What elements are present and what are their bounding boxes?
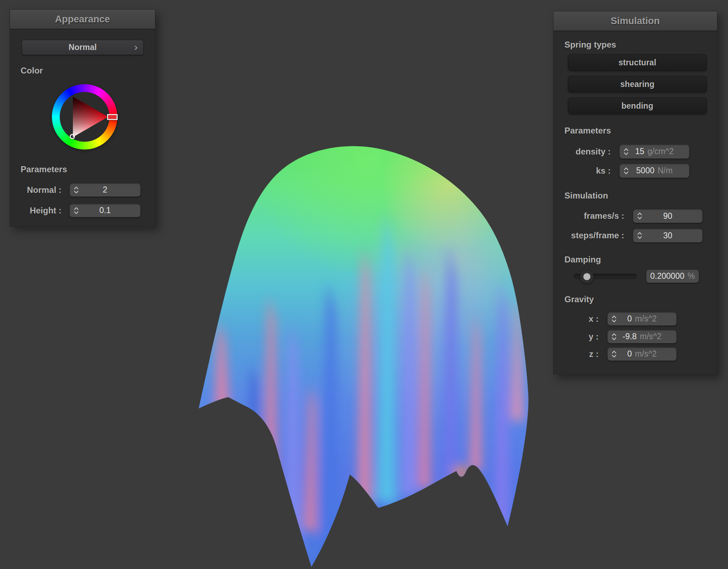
bending-button[interactable]: bending	[568, 98, 707, 114]
hue-marker[interactable]	[107, 114, 118, 120]
cloth-render	[153, 135, 551, 569]
stepper-arrows-icon[interactable]	[637, 213, 642, 220]
ks-field-label: ks :	[553, 166, 611, 176]
gravity-x-stepper[interactable]: 0 m/s^2	[607, 312, 676, 325]
stepper-arrows-icon[interactable]	[611, 333, 617, 340]
steps-stepper[interactable]: 30	[633, 229, 702, 242]
damping-value-field[interactable]: 0.200000 %	[646, 270, 699, 283]
height-field-label: Height :	[10, 206, 61, 216]
normal-value: 2	[103, 185, 107, 195]
shader-mode-value: Normal	[69, 43, 97, 52]
gravity-label: Gravity	[564, 294, 594, 304]
appearance-panel-titlebar[interactable]: Appearance	[10, 10, 155, 29]
app-window: Appearance Normal › Color	[0, 0, 728, 569]
stepper-arrows-icon[interactable]	[637, 232, 642, 239]
saturation-value-marker[interactable]	[70, 134, 75, 139]
color-section-label: Color	[21, 66, 43, 76]
density-unit: g/cm^2	[648, 147, 674, 156]
gravity-y-value: -9.8	[622, 332, 637, 341]
stepper-arrows-icon[interactable]	[611, 351, 617, 357]
frames-stepper[interactable]: 90	[633, 209, 702, 223]
gravity-z-stepper[interactable]: 0 m/s^2	[607, 347, 676, 361]
gravity-x-label: x :	[553, 314, 599, 324]
structural-button[interactable]: structural	[568, 54, 707, 71]
height-value: 0.1	[100, 206, 111, 215]
spring-types-label: Spring types	[564, 40, 616, 50]
simulation-panel-titlebar[interactable]: Simulation	[553, 11, 717, 31]
simulation-panel: Simulation Spring types structural shear…	[553, 11, 717, 374]
stepper-arrows-icon[interactable]	[74, 186, 79, 193]
steps-field-label: steps/frame :	[553, 231, 624, 240]
gravity-y-label: y :	[553, 332, 599, 342]
normal-stepper[interactable]: 2	[70, 183, 140, 196]
chevron-right-icon: ›	[134, 42, 138, 52]
steps-value: 30	[663, 231, 673, 240]
gravity-x-value: 0	[627, 314, 632, 324]
height-stepper[interactable]: 0.1	[70, 204, 140, 217]
gravity-x-unit: m/s^2	[635, 314, 657, 324]
ks-value: 5000	[636, 166, 654, 175]
appearance-panel: Appearance Normal › Color	[10, 9, 155, 227]
damping-slider-knob[interactable]	[580, 270, 594, 283]
density-field-label: density :	[553, 147, 611, 157]
frames-value: 90	[663, 211, 673, 221]
damping-value: 0.200000	[650, 271, 684, 281]
damping-slider-track[interactable]	[574, 274, 637, 279]
gravity-y-stepper[interactable]: -9.8 m/s^2	[607, 330, 676, 343]
stepper-arrows-icon[interactable]	[74, 207, 79, 214]
shearing-button[interactable]: shearing	[568, 76, 707, 92]
damping-unit: %	[687, 271, 695, 281]
damping-label: Damping	[564, 255, 601, 265]
sim-parameters-label: Parameters	[564, 126, 611, 136]
stepper-arrows-icon[interactable]	[623, 167, 629, 174]
density-value: 15	[635, 147, 644, 156]
appearance-parameters-label: Parameters	[21, 164, 67, 174]
ks-unit: N/m	[658, 166, 673, 175]
color-wheel[interactable]	[52, 84, 117, 150]
ks-stepper[interactable]: 5000 N/m	[620, 164, 689, 178]
normal-field-label: Normal :	[10, 185, 61, 195]
frames-field-label: frames/s :	[553, 211, 624, 221]
gravity-z-value: 0	[627, 349, 632, 359]
gravity-y-unit: m/s^2	[640, 332, 662, 341]
gravity-z-unit: m/s^2	[635, 349, 657, 359]
sim-simulation-label: Simulation	[564, 191, 608, 201]
stepper-arrows-icon[interactable]	[611, 315, 617, 322]
gravity-z-label: z :	[553, 349, 599, 359]
stepper-arrows-icon[interactable]	[623, 148, 629, 155]
density-stepper[interactable]: 15 g/cm^2	[620, 145, 689, 158]
shader-mode-select[interactable]: Normal ›	[22, 40, 144, 55]
